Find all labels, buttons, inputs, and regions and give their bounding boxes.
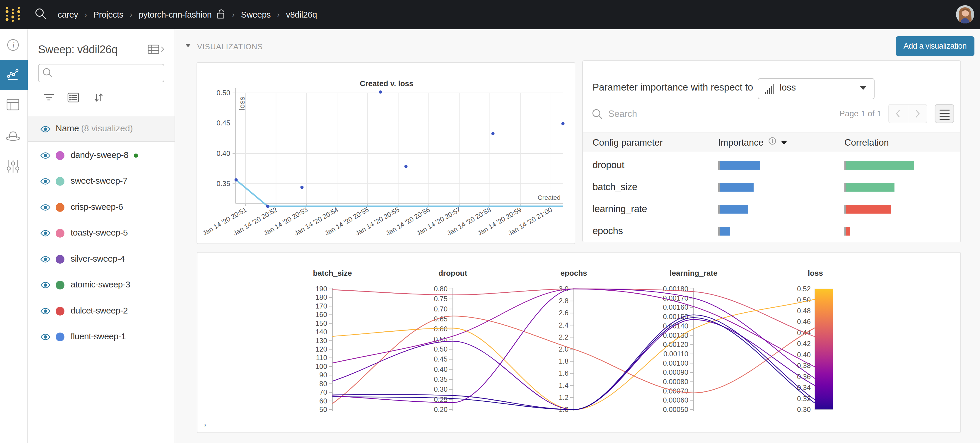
svg-text:Created: Created [538, 194, 561, 201]
svg-text:0.20: 0.20 [434, 405, 447, 413]
svg-text:1.2: 1.2 [559, 394, 568, 402]
svg-text:learning_rate: learning_rate [670, 269, 717, 277]
svg-text:,: , [204, 418, 206, 427]
svg-text:loss: loss [808, 269, 823, 277]
svg-text:0.40: 0.40 [797, 351, 811, 359]
svg-text:0.40: 0.40 [216, 150, 230, 157]
svg-text:180: 180 [315, 293, 327, 301]
svg-text:0.00180: 0.00180 [663, 285, 688, 293]
svg-text:0.70: 0.70 [434, 305, 447, 313]
svg-text:110: 110 [316, 354, 327, 362]
svg-text:2.8: 2.8 [559, 297, 568, 305]
svg-text:epochs: epochs [560, 269, 587, 277]
svg-text:0.00080: 0.00080 [663, 378, 688, 386]
svg-text:Created v. loss: Created v. loss [360, 79, 413, 88]
svg-text:150: 150 [315, 319, 327, 327]
svg-text:100: 100 [315, 362, 327, 370]
svg-text:80: 80 [319, 380, 327, 387]
svg-text:2.4: 2.4 [559, 321, 568, 329]
svg-text:2.0: 2.0 [559, 345, 568, 353]
svg-text:2.6: 2.6 [559, 309, 568, 317]
svg-text:0.45: 0.45 [434, 355, 447, 363]
svg-text:130: 130 [315, 337, 327, 344]
svg-text:0.35: 0.35 [216, 180, 230, 188]
svg-text:0.80: 0.80 [434, 285, 447, 293]
svg-text:loss: loss [237, 97, 246, 110]
svg-text:0.40: 0.40 [434, 365, 447, 373]
svg-text:0.30: 0.30 [797, 405, 811, 413]
svg-text:0.30: 0.30 [434, 385, 447, 393]
svg-text:0.46: 0.46 [797, 318, 811, 325]
svg-text:140: 140 [315, 328, 327, 336]
svg-text:batch_size: batch_size [313, 269, 352, 277]
svg-text:0.00060: 0.00060 [663, 396, 688, 404]
svg-text:0.00100: 0.00100 [663, 359, 688, 367]
svg-text:0.50: 0.50 [216, 89, 230, 97]
svg-text:0.48: 0.48 [797, 307, 811, 315]
svg-text:0.00130: 0.00130 [663, 331, 688, 339]
svg-text:0.00090: 0.00090 [663, 368, 688, 376]
svg-text:1.8: 1.8 [559, 357, 568, 365]
svg-text:120: 120 [315, 345, 327, 353]
svg-text:0.00110: 0.00110 [663, 350, 688, 358]
svg-text:1.4: 1.4 [559, 381, 568, 389]
svg-text:190: 190 [315, 285, 327, 293]
svg-text:70: 70 [319, 388, 327, 396]
svg-text:0.45: 0.45 [216, 119, 230, 127]
svg-text:0.00170: 0.00170 [663, 294, 688, 302]
svg-text:2.2: 2.2 [559, 333, 568, 341]
svg-text:0.00120: 0.00120 [663, 341, 688, 348]
svg-text:0.42: 0.42 [797, 339, 811, 347]
svg-text:i: i [12, 40, 14, 49]
svg-text:50: 50 [319, 405, 327, 413]
svg-text:1.6: 1.6 [559, 369, 568, 377]
svg-text:0.75: 0.75 [434, 295, 447, 303]
svg-text:0.52: 0.52 [797, 285, 811, 293]
svg-text:60: 60 [319, 397, 327, 405]
svg-text:0.38: 0.38 [797, 362, 811, 370]
svg-text:0.00050: 0.00050 [663, 405, 688, 413]
svg-text:0.00160: 0.00160 [663, 303, 688, 311]
svg-text:0.60: 0.60 [434, 325, 447, 333]
svg-text:170: 170 [315, 302, 327, 310]
svg-text:160: 160 [315, 311, 327, 319]
svg-text:90: 90 [319, 371, 327, 379]
svg-text:0.35: 0.35 [434, 375, 447, 383]
svg-text:dropout: dropout [439, 269, 468, 277]
svg-text:0.50: 0.50 [434, 345, 447, 353]
